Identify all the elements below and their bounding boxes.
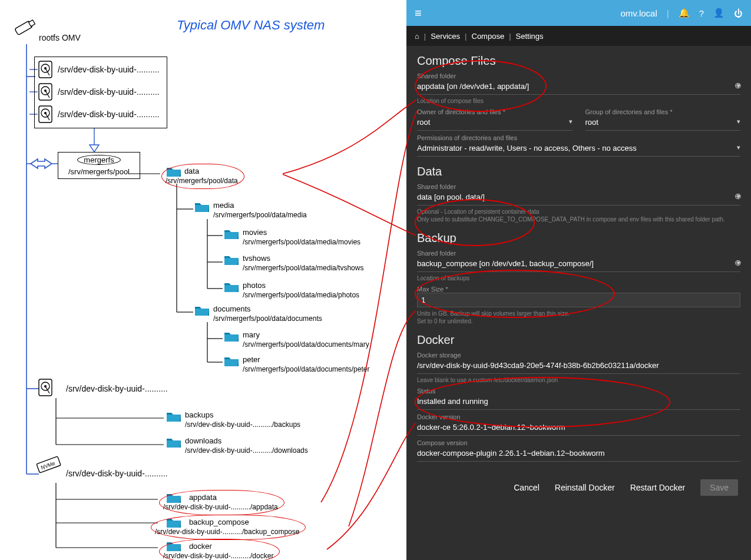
docker-ver-label: Docker version [417,413,740,420]
rootfs-label: rootfs OMV [39,33,81,42]
docker-storage-label: Docker storage [417,352,740,359]
compose-title: Compose Files [417,54,740,68]
folder-photos: photos/srv/mergerfs/pool/data/media/phot… [243,280,359,300]
reinstall-button[interactable]: Reinstall Docker [555,483,615,492]
docker-status-value: Installed and running [417,395,740,410]
group-label: Group of directories and files * [585,108,741,115]
disk2-path: /srv/dev-disk-by-uuid-.......... [58,87,160,97]
backup-shared-label: Shared folder [417,250,740,257]
data-title: Data [417,165,740,178]
nvme-root: /srv/dev-disk-by-uuid-.......... [66,469,168,478]
docker-title: Docker [417,333,740,347]
folder-backup-compose: backup_compose/srv/dev-disk-by-uuid-....… [151,515,306,540]
restart-button[interactable]: Restart Docker [630,483,685,492]
docker-ver-value: docker-ce 5:26.0.2-1~debian.12~bookworm [417,420,740,436]
owner-select[interactable]: root▾ [417,115,573,131]
crumb-compose[interactable]: Compose [472,32,505,41]
folder-tvshows: tvshows/srv/mergerfs/pool/data/media/tvs… [243,253,363,273]
section-data: Data Shared folder data [on pool, data/]… [417,165,740,223]
folder-media: media/srv/mergerfs/pool/data/media [213,200,307,220]
power-icon[interactable]: ⏻ [734,8,743,18]
button-bar: Cancel Reinstall Docker Restart Docker S… [406,479,738,496]
home-icon[interactable]: ⌂ [415,32,419,41]
mergerfs-box: mergerfs /srv/mergerfs/pool [58,152,140,179]
mergerfs-tag: mergerfs [77,155,120,165]
compose-loc-hint: Location of compose files [417,97,740,105]
user-icon[interactable]: 👤 [713,8,724,18]
help-icon[interactable]: ? [699,8,704,18]
backup-title: Backup [417,231,740,245]
group-select[interactable]: root▾ [585,115,741,131]
docker-status-label: Status [417,387,740,395]
folder-peter: peter/srv/mergerfs/pool/data/documents/p… [243,354,369,374]
data-hint: Optional - Location of persistent contai… [417,208,740,223]
section-compose: Compose Files Shared folder appdata [on … [417,54,740,157]
svg-marker-4 [31,159,52,168]
bell-icon[interactable]: 🔔 [679,8,690,18]
folder-downloads: downloads/srv/dev-disk-by-uuid-.........… [185,436,308,455]
disk1-path: /srv/dev-disk-by-uuid-.......... [58,65,160,74]
folder-movies: movies/srv/mergerfs/pool/data/media/movi… [243,227,360,247]
data-shared-label: Shared folder [417,183,740,190]
owner-label: Owner of directories and files * [417,108,573,115]
topbar: ≡ omv.local | 🔔 ? 👤 ⏻ [406,0,751,26]
perm-select[interactable]: Administrator - read/write, Users - no a… [417,141,740,157]
backup-hint: Units in GB. Backup will skip volumes la… [417,310,740,325]
backup-shared-select[interactable]: backup_compose [on /dev/vde1, backup_com… [417,257,740,272]
data-shared-select[interactable]: data [on pool, data/]▾⊕ [417,190,740,206]
folder-backups: backups/srv/dev-disk-by-uuid-........../… [185,410,300,429]
save-button[interactable]: Save [700,479,738,496]
section-backup: Backup Shared folder backup_compose [on … [417,231,740,325]
max-label: Max Size * [417,286,740,293]
mergerfs-path: /srv/mergerfs/pool [64,167,134,176]
docker-storage-hint: Leave blank to use a custom /etc/docker/… [417,376,740,384]
max-size-input[interactable] [417,293,740,307]
crumb-services[interactable]: Services [431,32,460,41]
compose-ver-label: Compose version [417,439,740,446]
perm-label: Permissions of directories and files [417,134,740,141]
docker-storage-input[interactable]: /srv/dev-disk-by-uuid-9d43cda9-20e5-474f… [417,359,740,374]
folder-documents: documents/srv/mergerfs/pool/data/documen… [213,304,322,323]
breadcrumb: ⌂| Services| Compose| Settings [406,26,751,46]
disk3-path: /srv/dev-disk-by-uuid-.......... [58,110,160,119]
folder-appdata: appdata/srv/dev-disk-by-uuid-........../… [159,490,284,515]
hamburger-icon[interactable]: ≡ [415,6,422,20]
folder-data: data/srv/mergerfs/pool/data [161,164,244,189]
omv-settings-panel: ≡ omv.local | 🔔 ? 👤 ⏻ ⌂| Services| Compo… [406,0,751,560]
host-label[interactable]: omv.local [621,8,657,18]
cancel-button[interactable]: Cancel [514,483,540,492]
folder-docker: docker/srv/dev-disk-by-uuid-........../d… [159,539,280,560]
folder-mary: mary/srv/mergerfs/pool/data/documents/ma… [243,330,369,349]
disk2-root: /srv/dev-disk-by-uuid-.......... [66,384,168,393]
backup-loc-hint: Location of backups [417,274,740,282]
compose-ver-value: docker-compose-plugin 2.26.1-1~debian.12… [417,446,740,462]
compose-shared-label: Shared folder [417,72,740,79]
section-docker: Docker Docker storage /srv/dev-disk-by-u… [417,333,740,462]
svg-marker-3 [90,145,99,152]
compose-shared-select[interactable]: appdata [on /dev/vde1, appdata/]▾⊕ [417,79,740,95]
crumb-settings[interactable]: Settings [516,32,544,41]
diagram-area: Typical OMV NAS system [0,0,406,560]
